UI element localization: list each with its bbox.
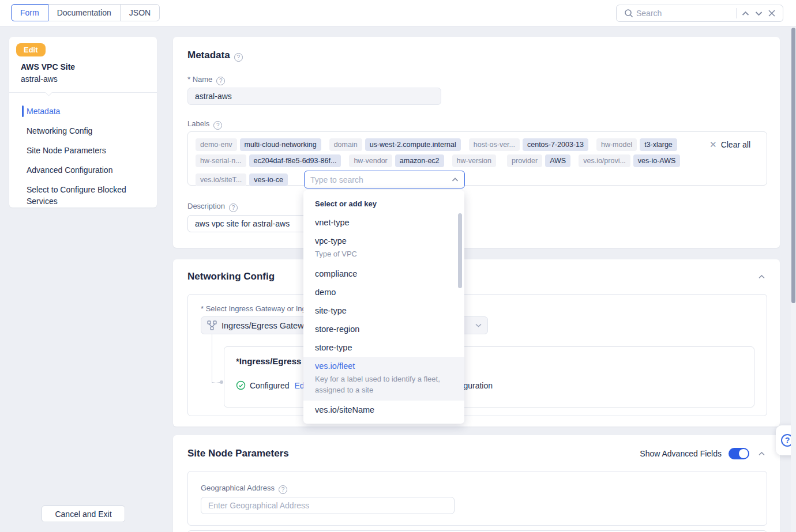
tab-form[interactable]: Form — [11, 4, 48, 21]
show-advanced-fields-toggle[interactable] — [729, 448, 749, 459]
geographical-address-label: Geographical Address — [201, 484, 275, 492]
chevron-up-icon[interactable] — [452, 178, 459, 182]
label-pair: demo-envmulti-cloud-networking — [196, 138, 321, 151]
label-search-combo — [304, 171, 465, 188]
tab-json[interactable]: JSON — [120, 4, 160, 21]
name-help-icon[interactable]: ? — [216, 77, 225, 85]
search-prev-button[interactable] — [739, 11, 752, 16]
edit-badge: Edit — [16, 43, 46, 56]
label-value-chip[interactable]: AWS — [545, 154, 570, 167]
label-key-chip[interactable]: domain — [329, 138, 362, 151]
label-key-chip[interactable]: ves.io/siteT... — [196, 173, 246, 186]
label-key-chip[interactable]: hw-version — [452, 154, 496, 167]
search-next-button[interactable] — [752, 11, 765, 16]
sidebar-item-networking-config[interactable]: Networking Config — [9, 121, 157, 141]
cancel-and-exit-button[interactable]: Cancel and Exit — [42, 505, 125, 522]
divider — [736, 8, 737, 18]
label-pair: hw-modelt3-xlarge — [596, 138, 677, 151]
status-configured: Configured — [250, 381, 290, 390]
metadata-heading: Metadata — [187, 50, 230, 61]
site-node-parameters-section: Site Node Parameters Show Advanced Field… — [173, 435, 780, 532]
dropdown-header: Select or add key — [303, 195, 464, 213]
object-type-title: AWS VPC Site — [21, 62, 75, 71]
tab-bar: FormDocumentationJSON — [11, 4, 160, 21]
label-value-chip[interactable]: amazon-ec2 — [395, 154, 444, 167]
divider — [9, 92, 157, 93]
sidebar-item-select-to-configure-blocked-services[interactable]: Select to Configure Blocked Services — [9, 180, 157, 211]
metadata-section: Metadata? * Name? Labels? demo-envmulti-… — [173, 37, 780, 248]
geo-address-help-icon[interactable]: ? — [279, 485, 287, 494]
label-pair: ves.io/siteT...ves-io-ce — [196, 173, 288, 186]
description-help-icon[interactable]: ? — [229, 203, 238, 212]
check-circle-icon — [236, 380, 246, 390]
label-key-chip[interactable]: provider — [507, 154, 542, 167]
label-value-chip[interactable]: ec204daf-f8e5-6d93-86f... — [249, 154, 341, 167]
clear-all-button[interactable]: ✕ Clear all — [709, 139, 750, 150]
name-input[interactable] — [187, 88, 441, 105]
label-pair: ves.io/provi...ves-io-AWS — [579, 154, 680, 167]
labels-chips: demo-envmulti-cloud-networkingdomainus-w… — [196, 138, 759, 188]
sidebar-panel: Edit AWS VPC Site astral-aws MetadataNet… — [9, 37, 157, 207]
label-key-chip[interactable]: hw-model — [596, 138, 637, 151]
labels-box: demo-envmulti-cloud-networkingdomainus-w… — [187, 131, 767, 186]
dropdown-item-store-type[interactable]: store-type — [303, 338, 464, 357]
label-key-chip[interactable]: host-os-ver... — [469, 138, 520, 151]
networking-inner-box: * Select Ingress Gateway or Ingress/Egre… — [187, 294, 767, 416]
search-input[interactable] — [636, 9, 734, 18]
metadata-help-icon[interactable]: ? — [234, 53, 243, 62]
label-key-chip[interactable]: ves.io/provi... — [579, 154, 630, 167]
dropdown-scrollbar-thumb[interactable] — [458, 213, 462, 288]
label-key-chip[interactable]: hw-serial-n... — [196, 154, 246, 167]
dropdown-item-demo[interactable]: demo — [303, 283, 464, 301]
networking-config-section: Networking Config * Select Ingress Gatew… — [173, 259, 780, 427]
label-value-chip[interactable]: ves-io-ce — [249, 173, 288, 186]
object-name: astral-aws — [21, 74, 58, 84]
label-pair: hw-serial-n...ec204daf-f8e5-6d93-86f... — [196, 154, 341, 167]
label-key-chip[interactable]: hw-vendor — [349, 154, 392, 167]
collapse-chevron-icon[interactable] — [756, 270, 767, 283]
label-key-chip[interactable]: demo-env — [196, 138, 237, 151]
dropdown-item-ves-io-fleet[interactable]: ves.io/fleetKey for a label used to iden… — [303, 357, 464, 401]
gateway-icon — [207, 320, 217, 330]
sidebar-item-metadata[interactable]: Metadata — [9, 101, 157, 121]
dropdown-item-vnet-type[interactable]: vnet-type — [303, 213, 464, 232]
search-icon — [621, 9, 636, 18]
label-value-chip[interactable]: t3-xlarge — [640, 138, 677, 151]
label-pair: hw-vendoramazon-ec2 — [349, 154, 444, 167]
collapse-chevron-icon[interactable] — [756, 447, 767, 460]
label-key-dropdown-list: vnet-typevpc-typeType of VPCcompliancede… — [303, 213, 464, 419]
divider-notch — [45, 89, 52, 96]
top-bar: FormDocumentationJSON — [0, 0, 796, 27]
dropdown-item-ves-io-sitename[interactable]: ves.io/siteName — [303, 401, 464, 419]
dropdown-item-compliance[interactable]: compliance — [303, 265, 464, 283]
search-close-icon[interactable] — [765, 10, 778, 17]
search-box — [616, 5, 783, 22]
label-pair: host-os-ver...centos-7-2003-13 — [469, 138, 588, 151]
labels-label: Labels — [187, 119, 209, 128]
dropdown-item-site-type[interactable]: site-type — [303, 301, 464, 320]
label-search-input[interactable] — [310, 175, 452, 184]
label-key-dropdown: Select or add key vnet-typevpc-typeType … — [303, 190, 464, 424]
label-value-chip[interactable]: ves-io-AWS — [633, 154, 681, 167]
name-label: * Name — [187, 75, 212, 84]
sidebar-nav: MetadataNetworking ConfigSite Node Param… — [9, 101, 157, 211]
page-scrollbar-thumb[interactable] — [791, 28, 795, 303]
label-value-chip[interactable]: us-west-2.compute.internal — [365, 138, 461, 151]
geographical-address-input[interactable] — [201, 497, 455, 514]
site-node-heading: Site Node Parameters — [187, 448, 289, 459]
site-node-inner-box: Geographical Address? — [187, 471, 767, 526]
chevron-down-icon — [475, 323, 482, 327]
close-icon: ✕ — [709, 139, 717, 150]
labels-help-icon[interactable]: ? — [213, 121, 222, 130]
sidebar-item-advanced-configuration[interactable]: Advanced Configuration — [9, 160, 157, 180]
label-pair: domainus-west-2.compute.internal — [329, 138, 461, 151]
show-advanced-fields-label: Show Advanced Fields — [640, 449, 722, 458]
label-value-chip[interactable]: centos-7-2003-13 — [523, 138, 588, 151]
label-pair: providerAWS — [507, 154, 570, 167]
dropdown-item-vpc-type[interactable]: vpc-typeType of VPC — [303, 232, 464, 265]
dropdown-item-store-region[interactable]: store-region — [303, 320, 464, 338]
tab-documentation[interactable]: Documentation — [48, 4, 121, 21]
description-label: Description — [187, 202, 225, 210]
sidebar-item-site-node-parameters[interactable]: Site Node Parameters — [9, 141, 157, 160]
label-value-chip[interactable]: multi-cloud-networking — [240, 138, 321, 151]
